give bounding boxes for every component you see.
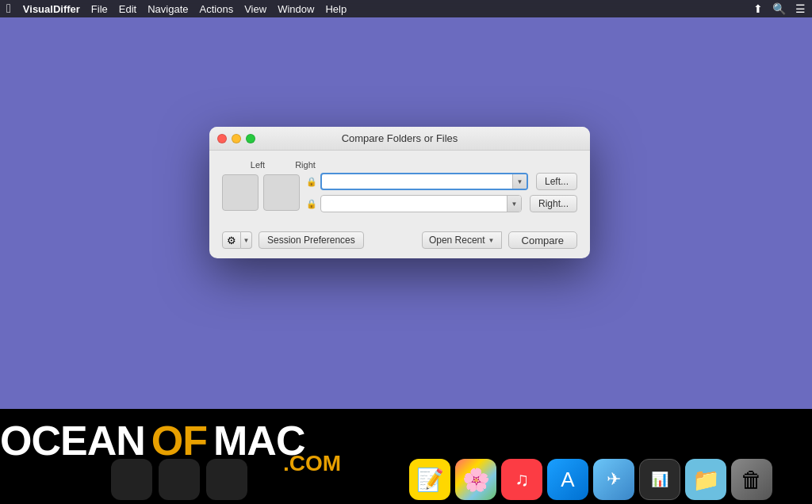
menubar-view[interactable]: View: [239, 0, 272, 17]
dock-icon-photos[interactable]: 🌸: [455, 459, 496, 500]
menubar:  VisualDiffer File Edit Navigate Action…: [0, 0, 812, 17]
window-controls: [217, 134, 255, 143]
session-preferences-button[interactable]: Session Preferences: [259, 231, 364, 249]
left-path-container[interactable]: ▼: [320, 173, 528, 190]
dock-icon-trash[interactable]: 🗑: [731, 459, 772, 500]
gear-button-group: ⚙ ▼: [222, 231, 252, 249]
dock-icon-music[interactable]: ♫: [501, 459, 542, 500]
dock-icon-downloads[interactable]: 📁: [685, 459, 726, 500]
search-icon[interactable]: 🔍: [772, 2, 786, 15]
left-thumbnail: [222, 174, 259, 211]
list-icon[interactable]: ☰: [795, 2, 806, 15]
gear-button[interactable]: ⚙: [222, 231, 241, 249]
menubar-window[interactable]: Window: [272, 0, 320, 17]
dialog-titlebar: Compare Folders or Files: [209, 127, 590, 151]
right-label: Right: [287, 160, 324, 170]
open-recent-button[interactable]: Open Recent ▼: [422, 231, 502, 249]
compare-button[interactable]: Compare: [508, 231, 577, 249]
watermark: OCEAN OF MAC .COM: [0, 405, 349, 476]
right-path-container[interactable]: ▼: [320, 195, 522, 212]
dialog-body: Left Right 🔒 ▼ Left...: [209, 151, 590, 225]
watermark-ocean: OCEAN: [0, 417, 145, 464]
right-browse-button[interactable]: Right...: [530, 195, 577, 212]
share-icon[interactable]: ⬆: [753, 2, 763, 15]
menubar-edit[interactable]: Edit: [113, 0, 142, 17]
maximize-button[interactable]: [246, 134, 255, 143]
left-input-row: 🔒 ▼ Left...: [306, 173, 577, 190]
menubar-file[interactable]: File: [86, 0, 113, 17]
menubar-app-name[interactable]: VisualDiffer: [17, 0, 86, 17]
dock-icon-testflight[interactable]: ✈: [593, 459, 634, 500]
open-recent-chevron: ▼: [488, 237, 495, 244]
compare-dialog: Compare Folders or Files Left Right 🔒: [209, 127, 590, 258]
right-lock-icon: 🔒: [306, 199, 317, 209]
watermark-of: OF: [151, 417, 207, 464]
left-lock-icon: 🔒: [306, 177, 317, 187]
minimize-button[interactable]: [232, 134, 241, 143]
apple-menu-icon[interactable]: : [6, 2, 11, 16]
menubar-help[interactable]: Help: [320, 0, 352, 17]
right-path-dropdown[interactable]: ▼: [507, 196, 521, 212]
menubar-navigate[interactable]: Navigate: [142, 0, 193, 17]
dialog-title: Compare Folders or Files: [342, 132, 458, 144]
dock: OCEAN OF MAC .COM 📝 🌸 ♫ A ✈ 📊 📁 🗑: [0, 409, 812, 504]
dock-icon-notes[interactable]: 📝: [409, 459, 450, 500]
right-thumbnail: [263, 174, 300, 211]
left-label: Left: [239, 160, 276, 170]
menubar-actions[interactable]: Actions: [194, 0, 239, 17]
dock-icon-appstore[interactable]: A: [547, 459, 588, 500]
dock-icons: 📝 🌸 ♫ A ✈ 📊 📁 🗑: [409, 459, 772, 500]
left-path-input[interactable]: [322, 174, 512, 189]
close-button[interactable]: [217, 134, 227, 143]
gear-dropdown-button[interactable]: ▼: [241, 231, 252, 249]
left-path-dropdown[interactable]: ▼: [512, 174, 527, 189]
left-browse-button[interactable]: Left...: [536, 173, 577, 190]
open-recent-group: Open Recent ▼: [422, 231, 502, 249]
right-path-input[interactable]: [321, 196, 507, 212]
dock-icon-gpu-monitor[interactable]: 📊: [639, 459, 680, 500]
right-input-row: 🔒 ▼ Right...: [306, 195, 577, 212]
watermark-com: .COM: [283, 451, 341, 476]
dialog-footer: ⚙ ▼ Session Preferences Open Recent ▼ Co…: [209, 225, 590, 258]
